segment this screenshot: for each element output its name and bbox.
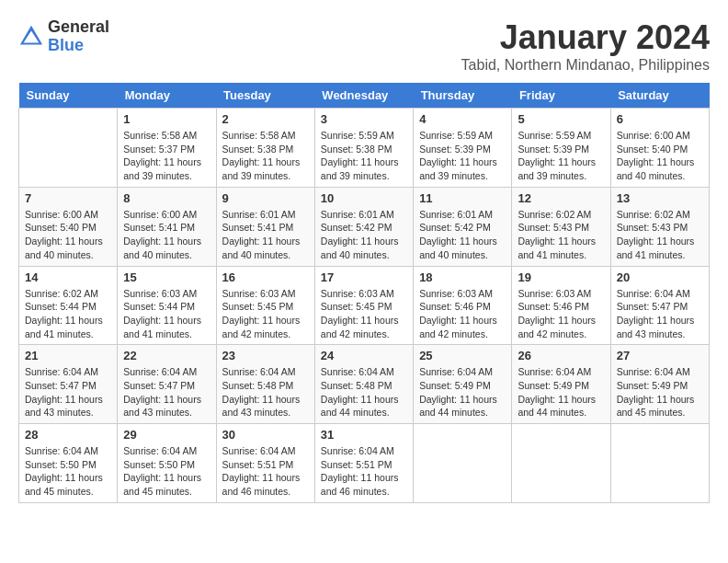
- day-number: 23: [222, 349, 309, 362]
- cell-sun-info: Sunrise: 6:00 AM Sunset: 5:40 PM Dayligh…: [25, 208, 111, 262]
- day-number: 1: [123, 112, 210, 126]
- calendar-cell: 7Sunrise: 6:00 AM Sunset: 5:40 PM Daylig…: [19, 187, 118, 266]
- calendar-cell: [512, 424, 610, 503]
- calendar-cell: 5Sunrise: 5:59 AM Sunset: 5:39 PM Daylig…: [512, 109, 610, 188]
- calendar-cell: 29Sunrise: 6:04 AM Sunset: 5:50 PM Dayli…: [118, 424, 216, 503]
- logo: General Blue: [18, 18, 109, 55]
- cell-sun-info: Sunrise: 6:04 AM Sunset: 5:50 PM Dayligh…: [25, 444, 111, 499]
- day-number: 20: [617, 270, 703, 284]
- logo-icon: [18, 24, 44, 50]
- cell-sun-info: Sunrise: 5:58 AM Sunset: 5:38 PM Dayligh…: [222, 129, 309, 183]
- cell-sun-info: Sunrise: 6:04 AM Sunset: 5:47 PM Dayligh…: [617, 287, 703, 341]
- day-number: 2: [222, 112, 309, 126]
- calendar-cell: 20Sunrise: 6:04 AM Sunset: 5:47 PM Dayli…: [610, 266, 709, 345]
- day-number: 18: [419, 270, 506, 284]
- day-number: 17: [321, 270, 407, 284]
- day-number: 29: [123, 428, 210, 442]
- cell-sun-info: Sunrise: 6:04 AM Sunset: 5:49 PM Dayligh…: [419, 365, 506, 419]
- day-number: 25: [419, 349, 506, 362]
- day-number: 16: [222, 270, 309, 284]
- day-number: 3: [321, 112, 407, 126]
- day-header-friday: Friday: [512, 83, 610, 109]
- calendar-cell: 16Sunrise: 6:03 AM Sunset: 5:45 PM Dayli…: [216, 266, 314, 345]
- day-number: 11: [419, 191, 506, 205]
- day-number: 4: [419, 112, 506, 126]
- day-header-thursday: Thursday: [414, 83, 512, 109]
- cell-sun-info: Sunrise: 6:02 AM Sunset: 5:43 PM Dayligh…: [518, 208, 604, 262]
- calendar-cell: 19Sunrise: 6:03 AM Sunset: 5:46 PM Dayli…: [512, 266, 610, 345]
- day-number: 28: [25, 428, 111, 442]
- calendar-cell: 4Sunrise: 5:59 AM Sunset: 5:39 PM Daylig…: [414, 109, 512, 188]
- cell-sun-info: Sunrise: 6:04 AM Sunset: 5:47 PM Dayligh…: [123, 365, 210, 419]
- calendar-table: SundayMondayTuesdayWednesdayThursdayFrid…: [18, 83, 710, 503]
- calendar-cell: 8Sunrise: 6:00 AM Sunset: 5:41 PM Daylig…: [118, 187, 216, 266]
- calendar-cell: 26Sunrise: 6:04 AM Sunset: 5:49 PM Dayli…: [512, 345, 610, 424]
- day-number: 5: [518, 112, 604, 126]
- day-header-sunday: Sunday: [19, 83, 118, 109]
- cell-sun-info: Sunrise: 6:03 AM Sunset: 5:44 PM Dayligh…: [123, 287, 210, 341]
- calendar-cell: 13Sunrise: 6:02 AM Sunset: 5:43 PM Dayli…: [610, 187, 709, 266]
- cell-sun-info: Sunrise: 6:03 AM Sunset: 5:45 PM Dayligh…: [321, 287, 407, 341]
- cell-sun-info: Sunrise: 6:00 AM Sunset: 5:41 PM Dayligh…: [123, 208, 210, 262]
- cell-sun-info: Sunrise: 6:03 AM Sunset: 5:46 PM Dayligh…: [419, 287, 506, 341]
- day-number: 10: [321, 191, 407, 205]
- cell-sun-info: Sunrise: 5:58 AM Sunset: 5:37 PM Dayligh…: [123, 129, 210, 183]
- day-header-saturday: Saturday: [610, 83, 709, 109]
- day-number: 9: [222, 191, 309, 205]
- logo-blue-text: Blue: [48, 37, 109, 55]
- cell-sun-info: Sunrise: 6:04 AM Sunset: 5:49 PM Dayligh…: [518, 365, 604, 419]
- calendar-header-row: SundayMondayTuesdayWednesdayThursdayFrid…: [19, 83, 710, 109]
- logo-general-text: General: [48, 18, 109, 37]
- calendar-cell: 3Sunrise: 5:59 AM Sunset: 5:38 PM Daylig…: [314, 109, 413, 188]
- subtitle: Tabid, Northern Mindanao, Philippines: [461, 57, 710, 74]
- calendar-cell: 11Sunrise: 6:01 AM Sunset: 5:42 PM Dayli…: [414, 187, 512, 266]
- calendar-week-row: 21Sunrise: 6:04 AM Sunset: 5:47 PM Dayli…: [19, 345, 710, 424]
- calendar-cell: 23Sunrise: 6:04 AM Sunset: 5:48 PM Dayli…: [216, 345, 314, 424]
- day-number: 6: [617, 112, 703, 126]
- calendar-cell: 24Sunrise: 6:04 AM Sunset: 5:48 PM Dayli…: [314, 345, 413, 424]
- cell-sun-info: Sunrise: 6:02 AM Sunset: 5:43 PM Dayligh…: [617, 208, 703, 262]
- day-number: 8: [123, 191, 210, 205]
- day-number: 13: [617, 191, 703, 205]
- calendar-cell: 21Sunrise: 6:04 AM Sunset: 5:47 PM Dayli…: [19, 345, 118, 424]
- day-number: 22: [123, 349, 210, 362]
- day-number: 7: [25, 191, 111, 205]
- day-number: 21: [25, 349, 111, 362]
- cell-sun-info: Sunrise: 6:01 AM Sunset: 5:41 PM Dayligh…: [222, 208, 309, 262]
- day-header-monday: Monday: [118, 83, 216, 109]
- calendar-cell: 12Sunrise: 6:02 AM Sunset: 5:43 PM Dayli…: [512, 187, 610, 266]
- calendar-week-row: 7Sunrise: 6:00 AM Sunset: 5:40 PM Daylig…: [19, 187, 710, 266]
- calendar-cell: 31Sunrise: 6:04 AM Sunset: 5:51 PM Dayli…: [314, 424, 413, 503]
- cell-sun-info: Sunrise: 6:04 AM Sunset: 5:49 PM Dayligh…: [617, 365, 703, 419]
- cell-sun-info: Sunrise: 5:59 AM Sunset: 5:38 PM Dayligh…: [321, 129, 407, 183]
- cell-sun-info: Sunrise: 6:04 AM Sunset: 5:47 PM Dayligh…: [25, 365, 111, 419]
- calendar-cell: [19, 109, 118, 188]
- calendar-cell: 28Sunrise: 6:04 AM Sunset: 5:50 PM Dayli…: [19, 424, 118, 503]
- cell-sun-info: Sunrise: 6:00 AM Sunset: 5:40 PM Dayligh…: [617, 129, 703, 183]
- day-number: 14: [25, 270, 111, 284]
- page-header: General Blue January 2024 Tabid, Norther…: [18, 18, 710, 74]
- main-title: January 2024: [461, 18, 710, 57]
- title-block: January 2024 Tabid, Northern Mindanao, P…: [461, 18, 710, 74]
- cell-sun-info: Sunrise: 5:59 AM Sunset: 5:39 PM Dayligh…: [419, 129, 506, 183]
- day-number: 19: [518, 270, 604, 284]
- cell-sun-info: Sunrise: 6:01 AM Sunset: 5:42 PM Dayligh…: [321, 208, 407, 262]
- day-number: 30: [222, 428, 309, 442]
- cell-sun-info: Sunrise: 6:01 AM Sunset: 5:42 PM Dayligh…: [419, 208, 506, 262]
- calendar-cell: 17Sunrise: 6:03 AM Sunset: 5:45 PM Dayli…: [314, 266, 413, 345]
- logo-text: General Blue: [48, 18, 109, 55]
- calendar-cell: 22Sunrise: 6:04 AM Sunset: 5:47 PM Dayli…: [118, 345, 216, 424]
- cell-sun-info: Sunrise: 6:04 AM Sunset: 5:50 PM Dayligh…: [123, 444, 210, 499]
- calendar-cell: 2Sunrise: 5:58 AM Sunset: 5:38 PM Daylig…: [216, 109, 314, 188]
- calendar-week-row: 1Sunrise: 5:58 AM Sunset: 5:37 PM Daylig…: [19, 109, 710, 188]
- calendar-cell: 30Sunrise: 6:04 AM Sunset: 5:51 PM Dayli…: [216, 424, 314, 503]
- cell-sun-info: Sunrise: 6:04 AM Sunset: 5:48 PM Dayligh…: [222, 365, 309, 419]
- day-header-tuesday: Tuesday: [216, 83, 314, 109]
- day-number: 24: [321, 349, 407, 362]
- cell-sun-info: Sunrise: 6:03 AM Sunset: 5:46 PM Dayligh…: [518, 287, 604, 341]
- cell-sun-info: Sunrise: 6:03 AM Sunset: 5:45 PM Dayligh…: [222, 287, 309, 341]
- calendar-cell: [610, 424, 709, 503]
- day-number: 31: [321, 428, 407, 442]
- calendar-cell: 25Sunrise: 6:04 AM Sunset: 5:49 PM Dayli…: [414, 345, 512, 424]
- calendar-week-row: 14Sunrise: 6:02 AM Sunset: 5:44 PM Dayli…: [19, 266, 710, 345]
